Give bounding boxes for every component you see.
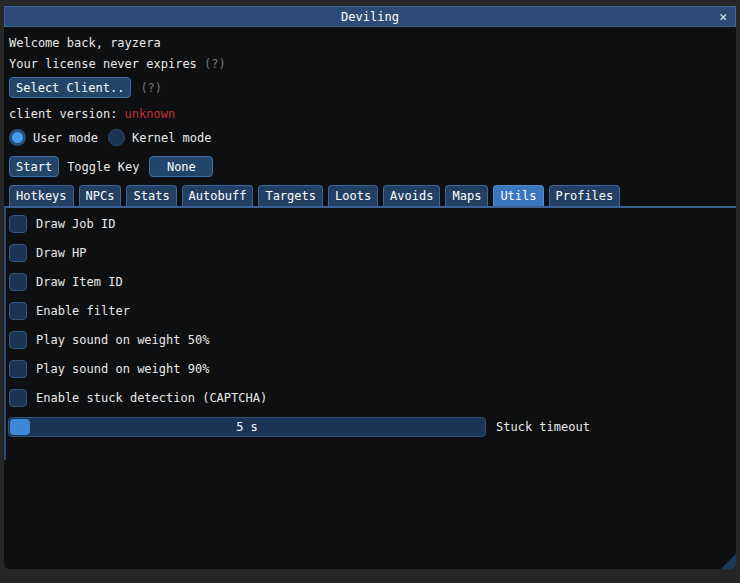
- window-body: Deviling ✕ Welcome back, rayzera Your li…: [4, 6, 736, 569]
- checkbox-row: Play sound on weight 90%: [9, 354, 729, 383]
- mode-radio-group: User mode Kernel mode: [9, 129, 222, 146]
- start-row: Start Toggle Key None: [9, 156, 213, 177]
- window-title: Deviling: [341, 10, 399, 24]
- tab-avoids[interactable]: Avoids: [383, 185, 440, 206]
- tab-autobuff[interactable]: Autobuff: [182, 185, 254, 206]
- select-client-help-icon[interactable]: (?): [140, 81, 162, 95]
- stuck-timeout-label: Stuck timeout: [496, 420, 590, 434]
- tab-pane-border: [4, 207, 6, 460]
- stuck-timeout-slider[interactable]: 5 s: [8, 417, 486, 437]
- tab-utils[interactable]: Utils: [493, 185, 543, 206]
- tab-targets[interactable]: Targets: [258, 185, 323, 206]
- client-version-row: client version: unknown: [9, 107, 175, 121]
- checkbox-row: Play sound on weight 50%: [9, 325, 729, 354]
- checkbox-draw-item-id[interactable]: [9, 273, 27, 291]
- tab-maps[interactable]: Maps: [445, 185, 488, 206]
- select-client-button[interactable]: Select Client..: [9, 77, 131, 98]
- checkbox-label: Draw HP: [36, 246, 87, 260]
- checkbox-label: Enable filter: [36, 304, 130, 318]
- checkbox-row: Enable filter: [9, 296, 729, 325]
- utils-pane: Draw Job ID Draw HP Draw Item ID Enable …: [9, 209, 729, 412]
- checkbox-enable-filter[interactable]: [9, 302, 27, 320]
- app-window: Deviling ✕ Welcome back, rayzera Your li…: [0, 0, 740, 583]
- license-help-icon[interactable]: (?): [204, 57, 226, 71]
- welcome-text: Welcome back, rayzera: [9, 36, 161, 50]
- tab-bar: Hotkeys NPCs Stats Autobuff Targets Loot…: [9, 185, 620, 206]
- checkbox-row: Draw HP: [9, 238, 729, 267]
- checkbox-label: Draw Item ID: [36, 275, 123, 289]
- select-client-row: Select Client.. (?): [9, 77, 162, 98]
- toggle-key-label: Toggle Key: [67, 160, 139, 174]
- checkbox-label: Enable stuck detection (CAPTCHA): [36, 391, 267, 405]
- radio-kernel-mode[interactable]: [108, 129, 125, 146]
- tab-hotkeys[interactable]: Hotkeys: [9, 185, 74, 206]
- radio-user-mode-label: User mode: [33, 131, 98, 145]
- stuck-timeout-row: 5 s Stuck timeout: [8, 417, 590, 437]
- checkbox-label: Draw Job ID: [36, 217, 115, 231]
- close-icon[interactable]: ✕: [719, 7, 727, 28]
- radio-user-mode[interactable]: [9, 129, 26, 146]
- tab-profiles[interactable]: Profiles: [549, 185, 621, 206]
- license-text: Your license never expires: [9, 57, 197, 71]
- checkbox-draw-job-id[interactable]: [9, 215, 27, 233]
- license-row: Your license never expires (?): [9, 57, 226, 71]
- checkbox-label: Play sound on weight 90%: [36, 362, 209, 376]
- titlebar[interactable]: Deviling ✕: [4, 6, 736, 27]
- checkbox-stuck-detection[interactable]: [9, 389, 27, 407]
- tab-npcs[interactable]: NPCs: [79, 185, 122, 206]
- checkbox-row: Draw Job ID: [9, 209, 729, 238]
- tab-stats[interactable]: Stats: [126, 185, 176, 206]
- radio-kernel-mode-label: Kernel mode: [132, 131, 211, 145]
- checkbox-sound-weight-90[interactable]: [9, 360, 27, 378]
- tab-loots[interactable]: Loots: [328, 185, 378, 206]
- checkbox-row: Enable stuck detection (CAPTCHA): [9, 383, 729, 412]
- toggle-key-button[interactable]: None: [149, 156, 213, 177]
- client-version-label: client version:: [9, 107, 117, 121]
- slider-value: 5 s: [9, 418, 485, 436]
- client-version-value: unknown: [125, 107, 176, 121]
- resize-grip[interactable]: [721, 554, 736, 569]
- tab-underline: [4, 206, 736, 208]
- checkbox-draw-hp[interactable]: [9, 244, 27, 262]
- checkbox-row: Draw Item ID: [9, 267, 729, 296]
- start-button[interactable]: Start: [9, 156, 59, 177]
- checkbox-label: Play sound on weight 50%: [36, 333, 209, 347]
- checkbox-sound-weight-50[interactable]: [9, 331, 27, 349]
